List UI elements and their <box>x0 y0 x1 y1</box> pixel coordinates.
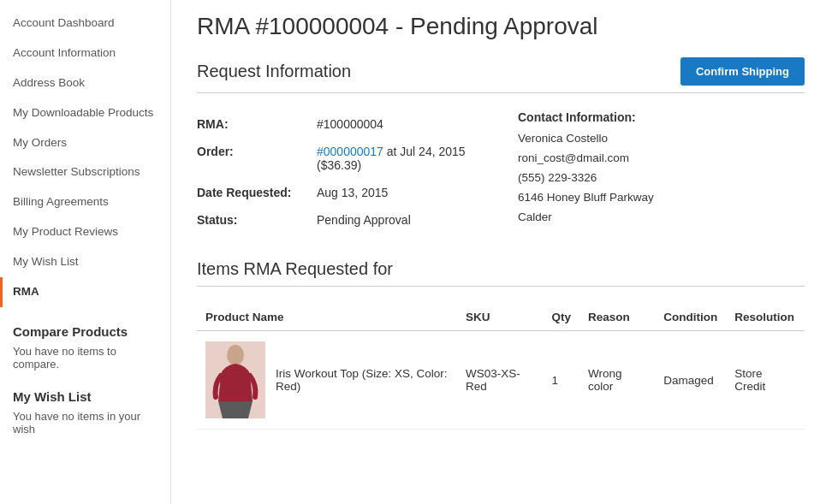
sidebar-item-billing-agreements[interactable]: Billing Agreements <box>0 187 170 217</box>
product-image-svg <box>205 341 265 418</box>
rma-row: RMA: #100000004 <box>197 110 484 138</box>
cell-product-name: Iris Workout Top (Size: XS, Color: Red) <box>197 331 457 430</box>
status-row: Status: Pending Approval <box>197 206 484 234</box>
rma-label: RMA: <box>197 117 317 131</box>
rma-value: #100000004 <box>317 117 383 131</box>
confirm-shipping-button[interactable]: Confirm Shipping <box>680 57 805 86</box>
cell-reason: Wrong color <box>579 331 655 430</box>
info-grid: RMA: #100000004 Order: #000000017 at Jul… <box>197 110 805 234</box>
sidebar-item-account-information[interactable]: Account Information <box>0 39 170 68</box>
cell-qty: 1 <box>543 331 579 430</box>
col-product-name: Product Name <box>197 304 457 331</box>
cell-sku: WS03-XS-Red <box>457 331 543 430</box>
status-value: Pending Approval <box>317 213 411 227</box>
col-qty: Qty <box>543 304 579 331</box>
request-info-header: Request Information Confirm Shipping <box>197 57 805 93</box>
svg-point-0 <box>227 345 244 365</box>
page-title: RMA #100000004 - Pending Approval <box>197 13 805 40</box>
col-sku: SKU <box>457 304 543 331</box>
sidebar-item-newsletter-subscriptions[interactable]: Newsletter Subscriptions <box>0 157 170 187</box>
col-condition: Condition <box>655 304 726 331</box>
status-label: Status: <box>197 213 317 227</box>
main-content: RMA #100000004 - Pending Approval Reques… <box>171 0 826 504</box>
sidebar-item-product-reviews[interactable]: My Product Reviews <box>0 217 170 247</box>
contact-address1: 6146 Honey Bluff Parkway <box>518 188 805 208</box>
contact-address2: Calder <box>518 208 805 228</box>
contact-phone: (555) 229-3326 <box>518 169 805 188</box>
compare-products-title: Compare Products <box>0 307 170 343</box>
date-value: Aug 13, 2015 <box>317 186 388 199</box>
col-reason: Reason <box>579 304 655 331</box>
order-row: Order: #000000017 at Jul 24, 2015 ($36.3… <box>197 138 484 179</box>
product-cell: Iris Workout Top (Size: XS, Color: Red) <box>205 341 449 418</box>
my-wish-list-sidebar-text: You have no items in your wish <box>0 408 170 440</box>
sidebar-item-rma[interactable]: RMA <box>0 277 170 307</box>
table-row: Iris Workout Top (Size: XS, Color: Red) … <box>197 331 805 430</box>
sidebar-item-account-dashboard[interactable]: Account Dashboard <box>0 9 170 39</box>
product-image <box>205 341 265 418</box>
sidebar: Account Dashboard Account Information Ad… <box>0 0 171 504</box>
my-wish-list-sidebar-title: My Wish List <box>0 379 170 408</box>
contact-email: roni_cost@dmail.com <box>518 149 805 169</box>
table-header-row: Product Name SKU Qty Reason Condition Re… <box>197 304 805 331</box>
col-resolution: Resolution <box>726 304 805 331</box>
order-value: #000000017 at Jul 24, 2015 ($36.39) <box>317 145 484 172</box>
sidebar-item-address-book[interactable]: Address Book <box>0 68 170 98</box>
sidebar-item-my-orders[interactable]: My Orders <box>0 128 170 158</box>
order-link[interactable]: #000000017 <box>317 145 383 158</box>
contact-name: Veronica Costello <box>518 129 805 149</box>
info-left: RMA: #100000004 Order: #000000017 at Jul… <box>197 110 484 234</box>
order-label: Order: <box>197 145 317 172</box>
sidebar-item-my-wish-list[interactable]: My Wish List <box>0 247 170 277</box>
items-table: Product Name SKU Qty Reason Condition Re… <box>197 304 805 430</box>
cell-resolution: Store Credit <box>726 331 805 430</box>
items-section-title: Items RMA Requested for <box>197 259 805 287</box>
product-name-text: Iris Workout Top (Size: XS, Color: Red) <box>276 367 449 393</box>
date-row: Date Requested: Aug 13, 2015 <box>197 179 484 206</box>
request-info-title: Request Information <box>197 62 351 81</box>
contact-info: Contact Information: Veronica Costello r… <box>518 110 805 234</box>
contact-title: Contact Information: <box>518 110 805 124</box>
cell-condition: Damaged <box>655 331 726 430</box>
sidebar-item-downloadable-products[interactable]: My Downloadable Products <box>0 98 170 128</box>
compare-products-text: You have no items to compare. <box>0 343 170 379</box>
date-label: Date Requested: <box>197 186 317 199</box>
